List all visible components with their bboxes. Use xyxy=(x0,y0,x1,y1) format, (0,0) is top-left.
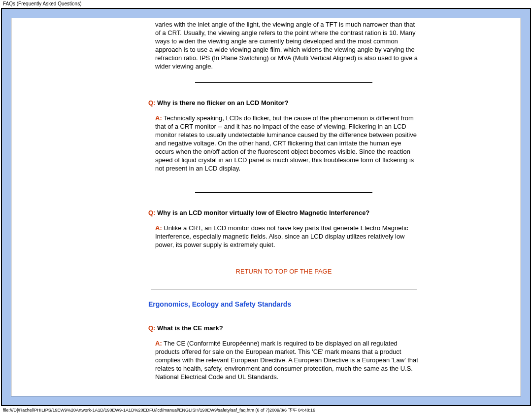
intro-paragraph: varies with the inlet angle of the light… xyxy=(155,20,419,70)
window-title: FAQs (Frequently Asked Questions) xyxy=(0,0,532,8)
q-prefix: Q: xyxy=(148,324,155,332)
answer-text: Unlike a CRT, an LCD monitor does not ha… xyxy=(155,224,408,248)
faq-answer: A: The CE (Conformité Européenne) mark i… xyxy=(155,339,419,381)
document-outer-frame: varies with the inlet angle of the light… xyxy=(1,8,531,406)
question-text: What is the CE mark? xyxy=(155,324,223,332)
faq-answer: A: Unlike a CRT, an LCD monitor does not… xyxy=(155,224,419,249)
content-column: varies with the inlet angle of the light… xyxy=(148,20,419,396)
a-prefix: A: xyxy=(155,114,162,122)
question-text: Why is there no flicker on an LCD Monito… xyxy=(155,99,288,106)
question-text: Does the LCD monitor conform to general … xyxy=(155,395,341,396)
faq-answer-block: A: Technically speaking, LCDs do flicker… xyxy=(155,114,419,173)
a-prefix: A: xyxy=(155,224,162,232)
page-area: varies with the inlet angle of the light… xyxy=(11,18,521,396)
faq-question: Q: What is the CE mark? xyxy=(148,324,419,332)
faq-question: Q: Why is there no flicker on an LCD Mon… xyxy=(148,99,419,107)
q-prefix: Q: xyxy=(148,395,155,396)
q-prefix: Q: xyxy=(148,209,155,216)
divider xyxy=(195,192,372,193)
section-divider xyxy=(151,289,417,289)
footer-file-path: file:///D|/Rachel/PHILIPS/19EW9%20Artwor… xyxy=(0,406,532,414)
faq-question: Q: Does the LCD monitor conform to gener… xyxy=(148,395,419,396)
intro-paragraph-block: varies with the inlet angle of the light… xyxy=(155,20,419,70)
faq-question: Q: Why is an LCD monitor virtually low o… xyxy=(148,209,419,217)
divider xyxy=(195,82,372,83)
question-text: Why is an LCD monitor virtually low of E… xyxy=(155,209,369,216)
answer-text: The CE (Conformité Européenne) mark is r… xyxy=(155,340,418,381)
faq-answer-block: A: Unlike a CRT, an LCD monitor does not… xyxy=(155,224,419,249)
q-prefix: Q: xyxy=(148,99,155,106)
section-heading: Ergonomics, Ecology and Safety Standards xyxy=(148,300,419,308)
faq-answer: A: Technically speaking, LCDs do flicker… xyxy=(155,114,419,173)
answer-text: Technically speaking, LCDs do flicker, b… xyxy=(155,114,417,172)
return-to-top-link[interactable]: RETURN TO TOP OF THE PAGE xyxy=(148,268,419,275)
a-prefix: A: xyxy=(155,340,162,347)
faq-answer-block: A: The CE (Conformité Européenne) mark i… xyxy=(155,339,419,381)
document-blue-frame: varies with the inlet angle of the light… xyxy=(2,9,530,405)
